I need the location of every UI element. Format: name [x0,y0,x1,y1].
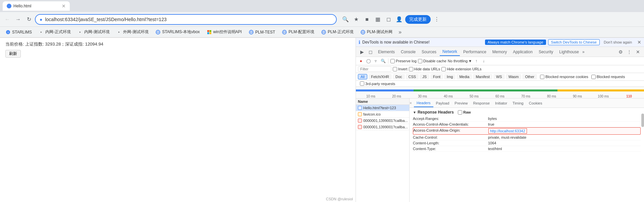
tab-network[interactable]: Network [440,48,460,56]
third-party-label[interactable]: 3rd-party requests [360,81,642,86]
tab-lighthouse[interactable]: Lighthouse [556,48,582,56]
network-item-api2[interactable]: 0000001,1399001?callba... [356,124,409,130]
tab-application[interactable]: Application [510,48,535,56]
timing-tab[interactable]: Timing [510,99,526,107]
profile-icon[interactable]: 👤 [394,15,404,24]
third-party-checkbox[interactable] [360,81,364,86]
filter-tag-fetch[interactable]: Fetch/XHR [368,74,392,79]
filter-tag-manifest[interactable]: Manifest [473,74,492,79]
filter-tag-js[interactable]: JS [420,74,429,79]
tab-performance[interactable]: Performance [461,48,489,56]
hide-ext-urls-label[interactable]: Hide extension URLs [441,67,481,71]
initiator-tab[interactable]: Initiator [492,99,510,107]
search-network-btn[interactable]: 🔍 [380,58,386,64]
refresh-button[interactable]: 刷新 [5,50,21,58]
forward-button[interactable]: → [13,15,23,24]
filter-tag-media[interactable]: Media [457,74,472,79]
tab-security[interactable]: Security [536,48,556,56]
menu-icon[interactable]: ⋮ [432,15,441,24]
banner-close-btn[interactable]: ✕ [637,40,641,45]
blocked-requests-checkbox[interactable] [591,75,596,79]
bookmark-intranet-test[interactable]: 内网-测试环境 [75,28,112,36]
bookmark-plm-ext[interactable]: PLM-测试外网 [358,28,395,36]
headers-close-btn[interactable]: × [410,101,412,106]
back-button[interactable]: ← [3,15,12,24]
filter-tag-font[interactable]: Font [430,74,443,79]
devtools-close-btn[interactable]: ✕ [634,48,642,56]
throttle-dropdown[interactable]: No throttling ▼ [448,59,472,63]
tab-elements[interactable]: Elements [375,48,397,56]
reload-button[interactable]: ↻ [24,15,34,24]
switch-chinese-button[interactable]: Switch DevTools to Chinese [548,39,600,45]
api-file-icon-1 [358,119,362,123]
filter-tag-doc[interactable]: Doc [393,74,405,79]
preview-tab[interactable]: Preview [452,99,470,107]
network-item-hello[interactable]: Hello.html?test=123 [356,105,409,111]
bookmark-win-api[interactable]: win控件说明API [204,28,245,36]
raw-label[interactable]: Raw [458,110,471,115]
filter-tag-other[interactable]: Other [522,74,537,79]
devtools-toggle-icon[interactable]: ▦ [373,15,382,24]
third-party-row: 3rd-party requests [356,81,644,87]
window-icon[interactable]: ◻ [384,15,393,24]
cookies-tab[interactable]: Cookies [526,99,545,107]
response-tab[interactable]: Response [470,99,492,107]
devtools-device-btn[interactable]: ◻ [367,48,375,56]
tab-close-btn[interactable]: ✕ [62,3,66,9]
filter-tag-css[interactable]: CSS [406,74,419,79]
bookmark-starlims-vbox[interactable]: STARLIMS-本地vbox [153,28,202,36]
network-item-favicon[interactable]: favicon.ico [356,111,409,118]
hide-ext-urls-checkbox[interactable] [441,67,446,71]
devtools-inspect-btn[interactable]: ▶ [358,48,366,56]
payload-tab[interactable]: Payload [433,99,452,107]
export-btn[interactable]: ↓ [481,58,487,64]
tab-memory[interactable]: Memory [490,48,509,56]
match-language-button[interactable]: Always match Chrome's language [485,40,546,45]
tab-sources[interactable]: Sources [419,48,439,56]
bookmark-starlims[interactable]: S STARLIMS [3,29,35,36]
blocked-requests-label[interactable]: Blocked requests [591,75,625,79]
preserve-log-checkbox[interactable] [390,59,395,63]
disable-cache-label[interactable]: Disable cache [418,59,446,63]
filter-input[interactable] [358,66,391,72]
network-item-api1[interactable]: 0000001,1399001?callba... [356,118,409,124]
blocked-response-label[interactable]: Blocked response cookies [540,75,588,79]
bookmark-plm-config[interactable]: PLM-配置环境 [279,28,317,36]
search-icon[interactable]: 🔍 [341,15,350,24]
invert-checkbox[interactable] [393,67,397,71]
update-button[interactable]: 完成更新 [405,15,431,24]
address-bar[interactable]: ● localhost:63342/javaSE_test/JSDemo/Hel… [35,14,337,25]
raw-checkbox[interactable] [458,110,462,115]
devtools-settings-btn[interactable]: ⚙ [616,48,625,56]
tab-console[interactable]: Console [398,48,418,56]
extension-icon[interactable]: ■ [362,15,372,24]
bookmark-intranet-prod[interactable]: 内网-正式环境 [36,28,73,36]
filter-tag-ws[interactable]: WS [493,74,505,79]
blocked-response-checkbox[interactable] [540,75,544,79]
name-column-header: Name [358,99,368,104]
preserve-log-label[interactable]: Preserve log [390,59,417,63]
more-tabs-btn[interactable]: » [582,50,585,54]
import-btn[interactable]: ↑ [473,58,479,64]
invert-label[interactable]: Invert [393,67,408,71]
header-val-acao-origin[interactable]: http://localhost:63342 [488,128,527,134]
bookmark-plm-prod[interactable]: PLM-正式环境 [318,28,356,36]
filter-tag-img[interactable]: Img [444,74,455,79]
scrollbar-thumb[interactable] [641,114,644,127]
hide-data-urls-checkbox[interactable] [409,67,413,71]
record-btn[interactable]: ● [358,58,364,64]
bookmark-icon[interactable]: ★ [352,15,361,24]
hide-data-urls-label[interactable]: Hide data URLs [409,67,440,71]
devtools-more-btn[interactable]: ⋮ [625,48,633,56]
filter-tag-wasm[interactable]: Wasm [506,74,522,79]
filter-btn[interactable]: ▿ [373,58,379,64]
dont-show-again-btn[interactable]: Don't show again [602,40,634,45]
filter-tag-all[interactable]: All [358,74,367,79]
disable-cache-checkbox[interactable] [418,59,422,63]
bookmark-plm-test[interactable]: PLM-TEST [246,29,278,36]
clear-btn[interactable]: ◯ [365,58,371,64]
browser-tab[interactable]: Hello.html ✕ [3,1,70,11]
headers-tab[interactable]: Headers [414,99,433,107]
bookmarks-more-btn[interactable]: » [396,28,404,36]
bookmark-ext-test[interactable]: 外网-测试环境 [114,28,151,36]
